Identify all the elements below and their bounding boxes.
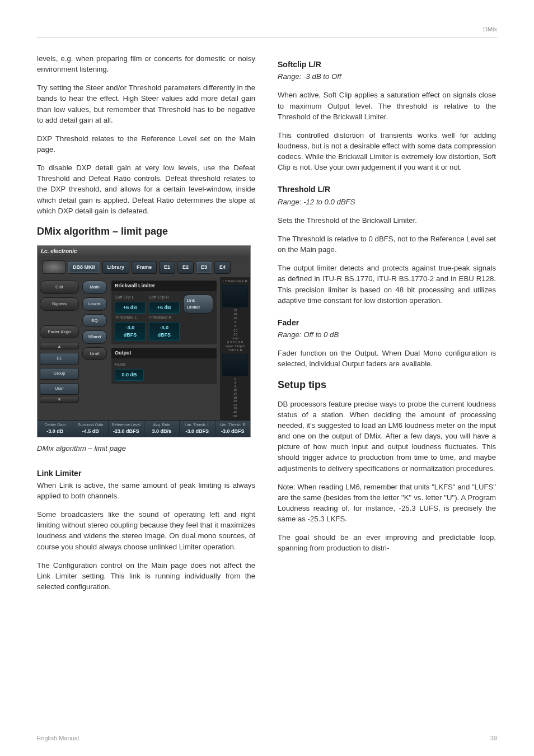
top-rule: [37, 37, 497, 38]
status-surround-gain-label: Surround Gain: [76, 422, 106, 428]
threshold-r-label: Threshold R: [149, 315, 180, 321]
status-reference-level-label: Reference Level: [111, 422, 142, 428]
subheading-softclip: Softclip L/R: [278, 59, 496, 70]
figure-caption: DMix algorithm – limit page: [37, 443, 255, 454]
tab-db8[interactable]: DB8 MKII: [68, 261, 100, 274]
para: Fader function on the Output. When Dual …: [278, 348, 496, 369]
para: Note: When reading LM6, remember that un…: [278, 482, 496, 525]
softclip-l-label: Soft Clip L: [115, 295, 146, 301]
app-titlebar: t.c. electronic: [38, 246, 250, 258]
meter-5band: [222, 285, 248, 307]
app-logo: [42, 260, 65, 274]
fader-label: Fader: [115, 362, 144, 368]
para: DB processors feature precise ways to pr…: [278, 399, 496, 474]
group-group[interactable]: Group: [40, 368, 79, 380]
meter-panel: L 5 Band Gain R 15 10 +5 0 -5 -10 -15 Li…: [220, 277, 250, 420]
status-reference-level-value: -23.0 dBFS: [111, 428, 142, 435]
para: When Link is active, the same amount of …: [37, 480, 255, 501]
footer-page-number: 39: [490, 735, 497, 741]
status-lim-thresh-r-label: Lim. Thresh. R: [218, 422, 249, 428]
tab-e3[interactable]: E3: [196, 261, 212, 274]
group-user[interactable]: User: [40, 383, 79, 395]
para: The Threshold is relative to 0 dBFS, not…: [278, 234, 496, 255]
side-edit[interactable]: Edit: [40, 281, 79, 294]
app-screenshot: t.c. electronic DB8 MKII Library Frame E…: [37, 245, 251, 437]
softclip-l-value[interactable]: +6 dB: [115, 302, 146, 314]
softclip-r-label: Soft Clip R: [149, 295, 180, 301]
range-threshold: Range: -12 to 0.0 dBFS: [278, 197, 496, 207]
range-softclip: Range: -3 dB to Off: [278, 71, 496, 82]
para: Sets the Threshold of the Brickwall Limi…: [278, 215, 496, 226]
footer-left: English Manual: [37, 735, 79, 741]
status-lim-thresh-l-label: Lim. Thresh. L: [182, 422, 213, 428]
threshold-r-value[interactable]: -3.0 dBFS: [149, 322, 180, 341]
meter-scale-3: 0 3 6 10 14 18 20 24 30 40 60: [221, 377, 249, 418]
panel-brickwall-title: Brickwall Limiter: [111, 281, 217, 291]
threshold-l-value[interactable]: -3.0 dBFS: [115, 322, 146, 341]
left-column: levels, e.g. when preparing film or conc…: [37, 53, 255, 600]
meter-scale-2: 6 3 0 6 3 0: [221, 340, 249, 344]
side-loudn[interactable]: Loudn.: [82, 297, 107, 311]
status-center-gain-value: -3.0 dB: [40, 428, 71, 435]
tab-library[interactable]: Library: [102, 261, 130, 274]
right-column: Softclip L/R Range: -3 dB to Off When ac…: [278, 53, 496, 600]
side-eq[interactable]: EQ: [82, 314, 107, 328]
meter-input-label: Input: [226, 344, 233, 348]
side-limit[interactable]: Limit: [82, 347, 107, 361]
meter-header: L 5 Band Gain R: [221, 279, 249, 283]
side-main[interactable]: Main: [82, 281, 107, 294]
status-avg-rate-value: 3.0 dB/s: [147, 428, 177, 435]
breadcrumb: DMix: [483, 26, 497, 32]
para: The output limiter detects and protects …: [278, 263, 496, 306]
tab-e2[interactable]: E2: [177, 261, 194, 274]
link-limiter-button[interactable]: Link Limiter: [183, 295, 213, 313]
para: Some broadcasters like the sound of oper…: [37, 509, 255, 552]
section-heading: DMix algorithm – limit page: [37, 224, 255, 239]
tab-frame[interactable]: Frame: [132, 261, 157, 274]
status-center-gain-label: Center Gain: [40, 422, 71, 428]
status-lim-thresh-l-value: -3.0 dBFS: [182, 428, 213, 435]
section-heading-setup: Setup tips: [278, 377, 496, 392]
para: To disable DXP detail gain at very low l…: [37, 162, 255, 216]
status-bar: Center Gain-3.0 dB Surround Gain-4.5 dB …: [38, 420, 250, 437]
meter-limit-label: Limit: [221, 337, 249, 340]
para: When active, Soft Clip applies a saturat…: [278, 90, 496, 122]
subheading-link-limiter: Link Limiter: [37, 468, 255, 479]
side-5band[interactable]: 5Band: [82, 330, 107, 344]
tab-e1[interactable]: E1: [159, 261, 175, 274]
panel-output-title: Output: [111, 348, 217, 358]
para: levels, e.g. when preparing film or conc…: [37, 53, 255, 74]
fader-value[interactable]: 0.0 dB: [115, 369, 144, 381]
meter-io: [222, 354, 248, 376]
arrow-down-icon[interactable]: ▼: [40, 396, 79, 403]
para: The goal should be an ever improving and…: [278, 532, 496, 553]
meter-output-label: Output: [235, 344, 245, 348]
group-e1[interactable]: E1: [40, 353, 79, 365]
meter-lr-label: <Ch> L R: [221, 348, 249, 352]
range-fader: Range: Off to 0 dB: [278, 329, 496, 340]
status-avg-rate-label: Avg. Rate: [147, 422, 177, 428]
subheading-fader: Fader: [278, 317, 496, 328]
para: The Configuration control on the Main pa…: [37, 560, 255, 592]
status-lim-thresh-r-value: -3.0 dBFS: [218, 428, 249, 435]
meter-scale-1: 15 10 +5 0 -5 -10 -15: [221, 309, 249, 337]
subheading-threshold: Threshold L/R: [278, 184, 496, 195]
para: This controlled distortion of transients…: [278, 130, 496, 173]
para: DXP Threshold relates to the Reference L…: [37, 133, 255, 155]
arrow-up-icon[interactable]: ▲: [40, 343, 79, 349]
status-surround-gain-value: -4.5 dB: [76, 428, 106, 435]
threshold-l-label: Threshold L: [115, 315, 146, 321]
softclip-r-value[interactable]: +6 dB: [149, 302, 180, 314]
tab-e4[interactable]: E4: [214, 261, 231, 274]
side-fader-asgn[interactable]: Fader Asgn: [40, 325, 79, 339]
side-bypass[interactable]: Bypass: [40, 297, 79, 311]
para: Try setting the Steer and/or Threshold p…: [37, 82, 255, 125]
